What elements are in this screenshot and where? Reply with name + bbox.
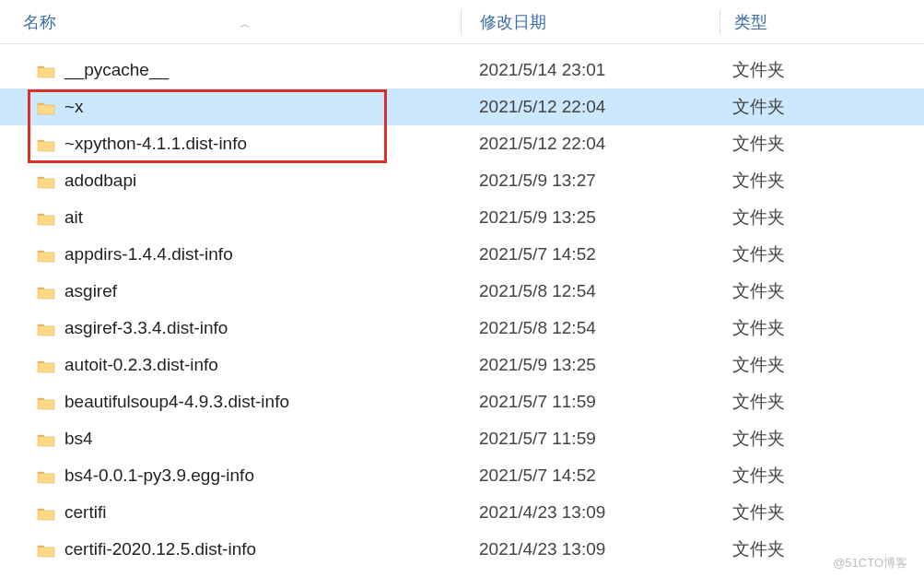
file-type-cell: 文件夹 — [719, 206, 903, 230]
folder-icon — [37, 431, 55, 446]
file-date-cell: 2021/5/7 11:59 — [461, 392, 719, 412]
file-name-label: __pycache__ — [64, 60, 169, 80]
file-name-cell: bs4-0.0.1-py3.9.egg-info — [0, 465, 461, 486]
folder-icon — [37, 100, 55, 114]
file-type-cell: 文件夹 — [719, 500, 903, 524]
file-name-label: certifi — [64, 502, 106, 523]
file-type-cell: 文件夹 — [719, 427, 903, 451]
column-header: 名称 ︿ 修改日期 类型 — [0, 0, 924, 44]
file-date-cell: 2021/5/12 22:04 — [461, 134, 719, 154]
file-name-cell: certifi-2020.12.5.dist-info — [0, 539, 461, 559]
file-type-cell: 文件夹 — [719, 464, 903, 488]
file-name-label: bs4-0.0.1-py3.9.egg-info — [64, 465, 254, 486]
file-date-cell: 2021/5/9 13:25 — [461, 355, 719, 375]
header-name-label: 名称 — [23, 11, 56, 33]
folder-icon — [37, 247, 55, 262]
file-date-cell: 2021/4/23 13:09 — [461, 502, 719, 523]
file-type-cell: 文件夹 — [719, 169, 903, 193]
folder-icon — [37, 358, 55, 372]
folder-icon — [37, 284, 55, 299]
table-row[interactable]: bs4-0.0.1-py3.9.egg-info2021/5/7 14:52文件… — [0, 457, 924, 494]
folder-icon — [37, 173, 55, 188]
folder-icon — [37, 63, 55, 77]
file-name-cell: autoit-0.2.3.dist-info — [0, 355, 461, 375]
file-name-label: beautifulsoup4-4.9.3.dist-info — [64, 392, 289, 412]
table-row[interactable]: asgiref2021/5/8 12:54文件夹 — [0, 273, 924, 310]
folder-icon — [37, 321, 55, 336]
file-name-cell: asgiref — [0, 281, 461, 301]
folder-icon — [37, 394, 55, 409]
file-name-label: ~xpython-4.1.1.dist-info — [64, 134, 247, 154]
file-date-cell: 2021/5/7 11:59 — [461, 429, 719, 449]
file-name-label: asgiref-3.3.4.dist-info — [64, 318, 228, 338]
file-name-label: asgiref — [64, 281, 117, 301]
file-name-label: autoit-0.2.3.dist-info — [64, 355, 218, 375]
folder-icon — [37, 505, 55, 520]
file-type-cell: 文件夹 — [719, 279, 903, 303]
table-row[interactable]: ~x2021/5/12 22:04文件夹 — [0, 88, 924, 125]
folder-icon — [37, 468, 55, 483]
file-type-cell: 文件夹 — [719, 390, 903, 414]
file-name-cell: certifi — [0, 502, 461, 523]
file-name-cell: ait — [0, 207, 461, 228]
table-row[interactable]: ait2021/5/9 13:25文件夹 — [0, 199, 924, 236]
file-list: __pycache__2021/5/14 23:01文件夹 ~x2021/5/1… — [0, 52, 924, 568]
table-row[interactable]: autoit-0.2.3.dist-info2021/5/9 13:25文件夹 — [0, 347, 924, 383]
file-name-label: adodbapi — [64, 171, 136, 191]
file-name-cell: ~x — [0, 97, 461, 117]
folder-icon — [37, 210, 55, 225]
folder-icon — [37, 542, 55, 557]
file-date-cell: 2021/5/12 22:04 — [461, 97, 719, 117]
header-date-label: 修改日期 — [480, 13, 546, 31]
file-name-label: ~x — [64, 97, 84, 117]
sort-ascending-icon: ︿ — [240, 17, 251, 32]
file-name-label: certifi-2020.12.5.dist-info — [64, 539, 256, 559]
file-date-cell: 2021/5/8 12:54 — [461, 281, 719, 301]
header-date-column[interactable]: 修改日期 — [462, 11, 719, 33]
table-row[interactable]: asgiref-3.3.4.dist-info2021/5/8 12:54文件夹 — [0, 310, 924, 347]
file-type-cell: 文件夹 — [719, 353, 903, 377]
file-name-label: ait — [64, 207, 83, 228]
file-type-cell: 文件夹 — [719, 58, 903, 82]
file-type-cell: 文件夹 — [719, 132, 903, 156]
file-date-cell: 2021/5/8 12:54 — [461, 318, 719, 338]
file-name-cell: asgiref-3.3.4.dist-info — [0, 318, 461, 338]
file-date-cell: 2021/5/7 14:52 — [461, 465, 719, 486]
file-type-cell: 文件夹 — [719, 242, 903, 266]
file-date-cell: 2021/5/7 14:52 — [461, 244, 719, 265]
header-type-column[interactable]: 类型 — [720, 11, 905, 33]
table-row[interactable]: adodbapi2021/5/9 13:27文件夹 — [0, 162, 924, 199]
table-row[interactable]: certifi-2020.12.5.dist-info2021/4/23 13:… — [0, 531, 924, 568]
table-row[interactable]: certifi2021/4/23 13:09文件夹 — [0, 494, 924, 531]
file-name-label: bs4 — [64, 429, 93, 449]
file-type-cell: 文件夹 — [719, 316, 903, 340]
header-name-column[interactable]: 名称 ︿ — [0, 11, 461, 33]
file-name-cell: bs4 — [0, 429, 461, 449]
file-name-cell: ~xpython-4.1.1.dist-info — [0, 134, 461, 154]
watermark: @51CTO博客 — [833, 555, 907, 571]
file-type-cell: 文件夹 — [719, 95, 903, 119]
file-name-cell: adodbapi — [0, 171, 461, 191]
file-date-cell: 2021/4/23 13:09 — [461, 539, 719, 559]
table-row[interactable]: ~xpython-4.1.1.dist-info2021/5/12 22:04文… — [0, 125, 924, 162]
file-date-cell: 2021/5/14 23:01 — [461, 60, 719, 80]
header-type-label: 类型 — [734, 13, 767, 31]
file-name-label: appdirs-1.4.4.dist-info — [64, 244, 233, 265]
file-name-cell: beautifulsoup4-4.9.3.dist-info — [0, 392, 461, 412]
table-row[interactable]: __pycache__2021/5/14 23:01文件夹 — [0, 52, 924, 88]
table-row[interactable]: beautifulsoup4-4.9.3.dist-info2021/5/7 1… — [0, 383, 924, 420]
file-date-cell: 2021/5/9 13:27 — [461, 171, 719, 191]
file-name-cell: appdirs-1.4.4.dist-info — [0, 244, 461, 265]
file-date-cell: 2021/5/9 13:25 — [461, 207, 719, 228]
table-row[interactable]: appdirs-1.4.4.dist-info2021/5/7 14:52文件夹 — [0, 236, 924, 273]
file-name-cell: __pycache__ — [0, 60, 461, 80]
folder-icon — [37, 136, 55, 151]
table-row[interactable]: bs42021/5/7 11:59文件夹 — [0, 420, 924, 457]
